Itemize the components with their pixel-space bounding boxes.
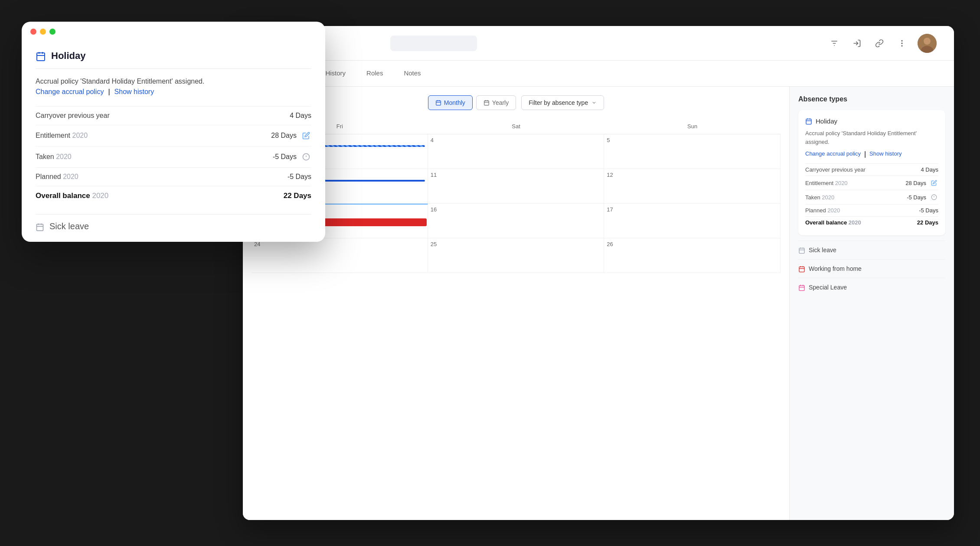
cal-week-3: 15 3 days 16 17 — [252, 204, 781, 238]
window-minimize-dot[interactable] — [40, 29, 46, 35]
cal-header-sun: Sun — [604, 119, 781, 134]
popup-sick-leave-section: Sick leave — [36, 214, 311, 231]
popup-carryover-row: Carryover previous year 4 Days — [36, 106, 311, 125]
tab-notes[interactable]: Notes — [393, 61, 431, 86]
popup-edit-icon[interactable] — [301, 130, 311, 141]
overall-balance-row-sidebar: Overall balance 2020 22 Days — [805, 216, 938, 228]
tab-roles[interactable]: Roles — [356, 61, 393, 86]
svg-rect-29 — [799, 266, 804, 272]
yearly-view-button[interactable]: Yearly — [476, 95, 516, 110]
sick-leave-item[interactable]: Sick leave — [798, 240, 945, 259]
edit-entitlement-icon[interactable] — [930, 179, 938, 187]
absence-types-title: Absence types — [798, 95, 945, 103]
absence-sidebar: Absence types Holiday Accrual policy 'St… — [789, 87, 954, 520]
nav-tabs-bar: Onboarding History Roles Notes — [243, 61, 954, 87]
popup-overall-value: 22 Days — [284, 192, 311, 200]
popup-show-history-link[interactable]: Show history — [114, 88, 154, 96]
cal-cell-24: 24 — [252, 238, 428, 273]
carryover-label-sidebar: Carryover previous year — [805, 166, 866, 173]
popup-carryover-value: 4 Days — [290, 112, 311, 120]
svg-point-5 — [902, 43, 902, 44]
planned-value-sidebar: -5 Days — [919, 207, 938, 214]
popup-overall-label: Overall balance 2020 — [36, 192, 108, 200]
cal-cell-26: 26 — [604, 238, 781, 273]
svg-point-4 — [902, 40, 902, 41]
popup-info-icon[interactable] — [301, 152, 311, 162]
cal-cell-17: 17 — [604, 204, 781, 238]
main-content: Monthly Yearly Filter by absence type — [243, 87, 954, 520]
entitlement-value-sidebar: 28 Days — [905, 179, 938, 187]
popup-planned-row: Planned 2020 -5 Days — [36, 167, 311, 186]
overall-label-sidebar: Overall balance 2020 — [805, 219, 861, 226]
entitlement-label-sidebar: Entitlement 2020 — [805, 180, 848, 186]
popup-taken-row: Taken 2020 -5 Days — [36, 146, 311, 167]
popup-entitlement-row: Entitlement 2020 28 Days — [36, 125, 311, 146]
special-leave-item[interactable]: Special Leave — [798, 278, 945, 296]
svg-rect-44 — [37, 224, 43, 231]
more-icon[interactable] — [895, 36, 909, 50]
monthly-view-button[interactable]: Monthly — [428, 95, 473, 110]
working-from-home-item[interactable]: Working from home — [798, 259, 945, 278]
filter-absence-type[interactable]: Filter by absence type — [521, 95, 604, 110]
popup-content: Holiday Accrual policy 'Standard Holiday… — [22, 40, 325, 242]
taken-value-sidebar: -5 Days — [907, 193, 938, 202]
popup-taken-label: Taken 2020 — [36, 153, 72, 161]
cal-week-4: 24 25 26 — [252, 238, 781, 273]
working-from-home-icon — [798, 265, 805, 273]
popup-carryover-label: Carryover previous year — [36, 112, 110, 120]
cal-cell-12: 12 — [604, 169, 781, 203]
avatar[interactable] — [918, 34, 937, 53]
popup-sick-leave-icon — [36, 221, 44, 231]
view-toggle: Monthly Yearly — [428, 95, 516, 110]
popup-planned-label: Planned 2020 — [36, 173, 78, 181]
calendar-controls: Monthly Yearly Filter by absence type — [252, 95, 781, 110]
entitlement-row-sidebar: Entitlement 2020 28 Days — [805, 176, 938, 190]
signin-icon[interactable] — [850, 36, 864, 50]
planned-row-sidebar: Planned 2020 -5 Days — [805, 204, 938, 216]
cal-cell-16: 16 — [428, 204, 604, 238]
special-leave-icon — [798, 283, 805, 291]
svg-point-6 — [902, 46, 902, 46]
cal-cell-5: 5 — [604, 134, 781, 169]
svg-rect-25 — [799, 248, 804, 253]
filter-icon[interactable] — [827, 36, 841, 50]
popup-holiday-icon — [36, 50, 46, 62]
svg-rect-37 — [37, 53, 45, 61]
window-controls — [22, 22, 325, 40]
app-header — [243, 26, 954, 61]
cal-week-2: 10 11 12 — [252, 169, 781, 204]
holiday-card: Holiday Accrual policy 'Standard Holiday… — [798, 110, 945, 235]
carryover-row-sidebar: Carryover previous year 4 Days — [805, 163, 938, 176]
link-icon[interactable] — [872, 36, 886, 50]
svg-rect-10 — [436, 101, 441, 105]
popup-entitlement-label: Entitlement 2020 — [36, 132, 88, 140]
change-accrual-link-sidebar[interactable]: Change accrual policy — [805, 150, 861, 158]
popup-overall-row: Overall balance 2020 22 Days — [36, 186, 311, 205]
accrual-links-sidebar: Change accrual policy | Show history — [805, 150, 938, 158]
cal-cell-11: 11 — [428, 169, 604, 203]
svg-point-8 — [924, 38, 931, 45]
popup-accrual-links: Change accrual policy | Show history — [36, 88, 311, 96]
header-search[interactable] — [390, 36, 477, 51]
popup-card: Holiday Accrual policy 'Standard Holiday… — [22, 22, 325, 242]
svg-rect-33 — [799, 285, 804, 290]
info-taken-icon[interactable] — [930, 193, 938, 202]
cal-cell-25: 25 — [428, 238, 604, 273]
holiday-calendar-icon — [805, 117, 812, 125]
popup-change-accrual-link[interactable]: Change accrual policy — [36, 88, 104, 96]
accrual-policy-text-sidebar: Accrual policy 'Standard Holiday Entitle… — [805, 129, 938, 146]
taken-label-sidebar: Taken 2020 — [805, 194, 834, 201]
calendar-grid: Fri Sat Sun 3 4 5 10 — [252, 119, 781, 273]
cal-cell-4: 4 — [428, 134, 604, 169]
svg-rect-18 — [806, 119, 811, 124]
planned-label-sidebar: Planned 2020 — [805, 207, 840, 214]
cal-header-sat: Sat — [428, 119, 604, 134]
window-maximize-dot[interactable] — [49, 29, 56, 35]
app-window: Onboarding History Roles Notes Monthly — [243, 26, 954, 520]
show-history-link-sidebar[interactable]: Show history — [869, 150, 902, 158]
carryover-value-sidebar: 4 Days — [921, 166, 938, 173]
popup-holiday-title: Holiday — [36, 50, 311, 69]
popup-table: Carryover previous year 4 Days Entitleme… — [36, 106, 311, 205]
window-close-dot[interactable] — [30, 29, 36, 35]
overall-value-sidebar: 22 Days — [917, 219, 938, 226]
